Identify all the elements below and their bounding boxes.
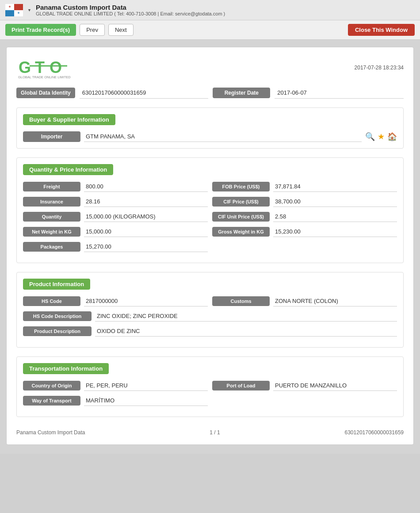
cif-unit-value: 2.58 <box>273 211 397 222</box>
way-group: Way of Transport MARÍTIMO <box>23 395 208 406</box>
hs-code-value: 2817000000 <box>84 296 208 306</box>
star-icon[interactable]: ★ <box>378 132 385 142</box>
gross-weight-group: Gross Weight in KG 15,230.00 <box>212 226 397 237</box>
country-group: Country of Origin PE, PER, PERU <box>23 380 208 391</box>
card-header: G T O GLOBAL TRADE ONLINE LIMITED 2017-0… <box>16 56 404 79</box>
hs-code-group: HS Code 2817000000 <box>23 296 208 306</box>
hs-code-label: HS Code <box>23 296 80 306</box>
hs-desc-row: HS Code Description ZINC OXIDE; ZINC PER… <box>23 311 397 322</box>
main-content: G T O GLOBAL TRADE ONLINE LIMITED 2017-0… <box>0 40 420 454</box>
register-date-value: 2017-06-07 <box>275 87 404 99</box>
field-row-2: Insurance 28.16 CIF Price (US$) 38,700.0… <box>23 196 397 207</box>
record-footer: Panama Custom Import Data 1 / 1 63012017… <box>16 426 404 436</box>
insurance-value: 28.16 <box>84 196 208 207</box>
product-desc-group: Product Description OXIDO DE ZINC <box>23 326 397 337</box>
svg-text:GLOBAL TRADE ONLINE LIMITED: GLOBAL TRADE ONLINE LIMITED <box>18 75 71 79</box>
identity-row: Global Data Identity 6301201706000003165… <box>16 87 404 99</box>
fob-value: 37,871.84 <box>273 181 397 192</box>
port-group: Port of Load PUERTO DE MANZANILLO <box>212 380 397 391</box>
cif-group: CIF Price (US$) 38,700.00 <box>212 196 397 207</box>
field-row-1: Freight 800.00 FOB Price (US$) 37,871.84 <box>23 181 397 192</box>
hs-desc-label: HS Code Description <box>23 311 92 321</box>
freight-group: Freight 800.00 <box>23 181 208 192</box>
net-weight-group: Net Weight in KG 15,000.00 <box>23 226 208 237</box>
register-date-label: Register Date <box>213 88 270 98</box>
field-row-4: Net Weight in KG 15,000.00 Gross Weight … <box>23 226 397 237</box>
identity-label: Global Data Identity <box>16 88 75 98</box>
dropdown-arrow[interactable]: ▼ <box>27 8 31 12</box>
app-title: Panama Custom Import Data <box>36 4 225 11</box>
net-weight-label: Net Weight in KG <box>23 227 80 237</box>
customs-label: Customs <box>212 296 270 306</box>
importer-row: Importer GTM PANAMA, SA 🔍 ★ 🏠 <box>23 131 397 142</box>
svg-text:G: G <box>19 58 31 77</box>
country-value: PE, PER, PERU <box>84 380 208 391</box>
close-window-button[interactable]: Close This Window <box>348 24 415 36</box>
hs-desc-value: ZINC OXIDE; ZINC PEROXIDE <box>95 311 397 322</box>
prev-button[interactable]: Prev <box>80 24 105 36</box>
product-desc-row: Product Description OXIDO DE ZINC <box>23 326 397 337</box>
logo-area: G T O GLOBAL TRADE ONLINE LIMITED <box>16 56 85 79</box>
toolbar: Print Trade Record(s) Prev Next Close Th… <box>0 20 420 40</box>
cif-unit-group: CIF Unit Price (US$) 2.58 <box>212 211 397 222</box>
transportation-title: Transportation Information <box>23 363 109 374</box>
country-label: Country of Origin <box>23 381 80 390</box>
title-text: Panama Custom Import Data GLOBAL TRADE O… <box>36 4 225 16</box>
importer-label: Importer <box>23 131 80 142</box>
insurance-label: Insurance <box>23 197 80 207</box>
customs-group: Customs ZONA NORTE (COLON) <box>212 296 397 306</box>
way-label: Way of Transport <box>23 396 80 406</box>
customs-value: ZONA NORTE (COLON) <box>273 296 397 306</box>
freight-value: 800.00 <box>84 181 208 192</box>
quantity-price-section: Quantity & Price Information Freight 800… <box>16 157 404 263</box>
product-section: Product Information HS Code 2817000000 C… <box>16 272 404 348</box>
svg-text:O: O <box>50 58 62 77</box>
port-label: Port of Load <box>212 381 270 390</box>
freight-label: Freight <box>23 182 80 191</box>
gross-weight-label: Gross Weight in KG <box>212 227 270 237</box>
home-icon[interactable]: 🏠 <box>387 132 397 142</box>
importer-icons: 🔍 ★ 🏠 <box>365 132 397 142</box>
svg-rect-3 <box>5 10 14 16</box>
cif-unit-label: CIF Unit Price (US$) <box>212 212 270 222</box>
hs-desc-group: HS Code Description ZINC OXIDE; ZINC PER… <box>23 311 397 322</box>
net-weight-value: 15,000.00 <box>84 226 208 237</box>
record-card: G T O GLOBAL TRADE ONLINE LIMITED 2017-0… <box>6 47 414 445</box>
insurance-group: Insurance 28.16 <box>23 196 208 207</box>
cif-value: 38,700.00 <box>273 196 397 207</box>
identity-value: 63012017060000031659 <box>80 87 209 99</box>
quantity-value: 15,000.00 (KILOGRAMOS) <box>84 211 208 222</box>
buyer-supplier-section: Buyer & Supplier Information Importer GT… <box>16 107 404 149</box>
logo-svg: G T O GLOBAL TRADE ONLINE LIMITED <box>16 56 85 79</box>
quantity-label: Quantity <box>23 212 80 222</box>
flag-icon <box>5 4 23 16</box>
transportation-section: Transportation Information Country of Or… <box>16 356 404 417</box>
footer-left: Panama Custom Import Data <box>16 429 85 436</box>
search-icon[interactable]: 🔍 <box>365 132 375 142</box>
timestamp: 2017-07-28 18:23:34 <box>355 65 404 71</box>
packages-label: Packages <box>23 242 80 252</box>
hs-customs-row: HS Code 2817000000 Customs ZONA NORTE (C… <box>23 296 397 306</box>
product-desc-label: Product Description <box>23 326 92 336</box>
fob-label: FOB Price (US$) <box>212 182 270 191</box>
field-row-3: Quantity 15,000.00 (KILOGRAMOS) CIF Unit… <box>23 211 397 222</box>
gross-weight-value: 15,230.00 <box>273 226 397 237</box>
print-button[interactable]: Print Trade Record(s) <box>5 24 76 36</box>
svg-text:T: T <box>35 58 45 77</box>
field-row-5: Packages 15,270.00 <box>23 241 397 252</box>
footer-center: 1 / 1 <box>210 429 220 436</box>
company-info: GLOBAL TRADE ONLINE LIMITED ( Tel: 400-7… <box>36 11 225 16</box>
footer-right: 63012017060000031659 <box>345 429 404 436</box>
importer-value: GTM PANAMA, SA <box>84 131 362 142</box>
way-value: MARÍTIMO <box>84 395 208 406</box>
fob-group: FOB Price (US$) 37,871.84 <box>212 181 397 192</box>
country-port-row: Country of Origin PE, PER, PERU Port of … <box>23 380 397 391</box>
product-desc-value: OXIDO DE ZINC <box>95 326 397 337</box>
cif-label: CIF Price (US$) <box>212 197 270 207</box>
port-value: PUERTO DE MANZANILLO <box>273 380 397 391</box>
buyer-supplier-title: Buyer & Supplier Information <box>23 114 115 125</box>
product-title: Product Information <box>23 279 90 290</box>
packages-value: 15,270.00 <box>84 241 208 252</box>
way-row: Way of Transport MARÍTIMO <box>23 395 397 406</box>
next-button[interactable]: Next <box>108 24 134 36</box>
